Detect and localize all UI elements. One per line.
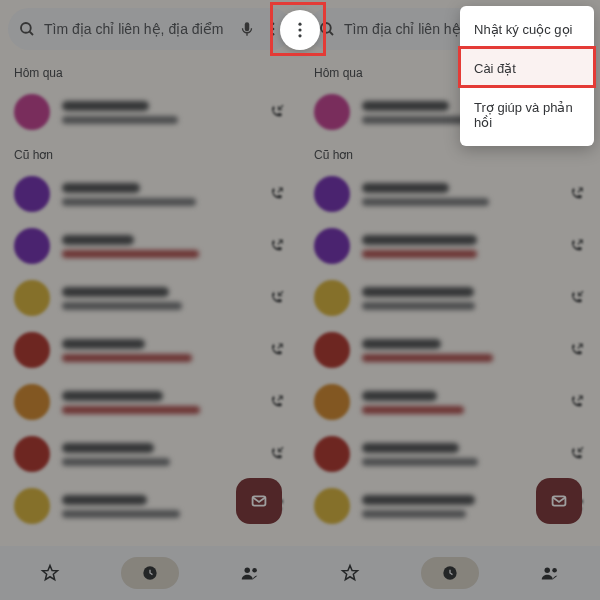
svg-point-0 <box>21 23 31 33</box>
call-incoming-icon[interactable] <box>268 289 286 307</box>
search-bar[interactable] <box>8 8 292 50</box>
voicemail-button[interactable] <box>536 478 582 524</box>
call-incoming-icon[interactable] <box>268 445 286 463</box>
search-icon <box>18 20 36 38</box>
svg-point-10 <box>252 568 257 573</box>
svg-point-9 <box>245 568 251 574</box>
call-log-row[interactable] <box>300 220 600 272</box>
call-incoming-icon[interactable] <box>268 103 286 121</box>
nav-recents[interactable] <box>121 557 179 589</box>
more-button-highlighted[interactable] <box>280 10 320 50</box>
svg-point-3 <box>272 22 275 25</box>
call-log-row[interactable] <box>0 272 300 324</box>
svg-point-20 <box>298 34 301 37</box>
overflow-menu: Nhật ký cuộc gọi Cài đặt Trợ giúp và phả… <box>460 6 594 146</box>
call-outgoing-icon[interactable] <box>268 185 286 203</box>
section-older: Cũ hơn <box>0 138 300 168</box>
call-log-row[interactable] <box>300 324 600 376</box>
call-log-row[interactable] <box>0 324 300 376</box>
menu-call-history[interactable]: Nhật ký cuộc gọi <box>460 10 594 49</box>
menu-help-feedback[interactable]: Trợ giúp và phản hồi <box>460 88 594 142</box>
svg-point-4 <box>272 28 275 31</box>
bottom-nav <box>0 546 300 600</box>
svg-point-5 <box>272 33 275 36</box>
nav-recents[interactable] <box>421 557 479 589</box>
svg-rect-2 <box>245 22 250 31</box>
call-log-row[interactable] <box>0 376 300 428</box>
menu-settings[interactable]: Cài đặt <box>460 49 594 88</box>
call-outgoing-icon[interactable] <box>268 341 286 359</box>
section-yesterday: Hôm qua <box>0 56 300 86</box>
call-incoming-icon[interactable] <box>568 445 586 463</box>
call-outgoing-icon[interactable] <box>568 185 586 203</box>
svg-line-1 <box>29 31 33 35</box>
voicemail-button[interactable] <box>236 478 282 524</box>
call-log-row[interactable] <box>300 428 600 480</box>
call-outgoing-icon[interactable] <box>568 341 586 359</box>
phone-app-left: Hôm qua Cũ hơn <box>0 0 300 600</box>
svg-line-12 <box>329 31 333 35</box>
svg-marker-7 <box>43 566 58 580</box>
call-log-row[interactable] <box>300 168 600 220</box>
svg-point-11 <box>321 23 331 33</box>
nav-favorites[interactable] <box>21 557 79 589</box>
nav-contacts[interactable] <box>521 557 579 589</box>
svg-point-17 <box>552 568 557 573</box>
search-icon <box>318 20 336 38</box>
svg-point-19 <box>298 28 301 31</box>
call-outgoing-icon[interactable] <box>268 237 286 255</box>
call-log-row[interactable] <box>0 168 300 220</box>
call-log-row[interactable] <box>0 428 300 480</box>
mic-icon[interactable] <box>238 20 256 38</box>
call-log-row[interactable] <box>300 272 600 324</box>
call-log-row[interactable] <box>0 220 300 272</box>
nav-favorites[interactable] <box>321 557 379 589</box>
call-outgoing-icon[interactable] <box>268 393 286 411</box>
call-log-row[interactable] <box>300 376 600 428</box>
call-log-row[interactable] <box>0 86 300 138</box>
svg-point-16 <box>545 568 551 574</box>
bottom-nav <box>300 546 600 600</box>
call-outgoing-icon[interactable] <box>568 393 586 411</box>
svg-point-18 <box>298 23 301 26</box>
nav-contacts[interactable] <box>221 557 279 589</box>
search-input[interactable] <box>44 21 230 37</box>
svg-marker-14 <box>343 566 358 580</box>
call-incoming-icon[interactable] <box>568 289 586 307</box>
call-outgoing-icon[interactable] <box>568 237 586 255</box>
